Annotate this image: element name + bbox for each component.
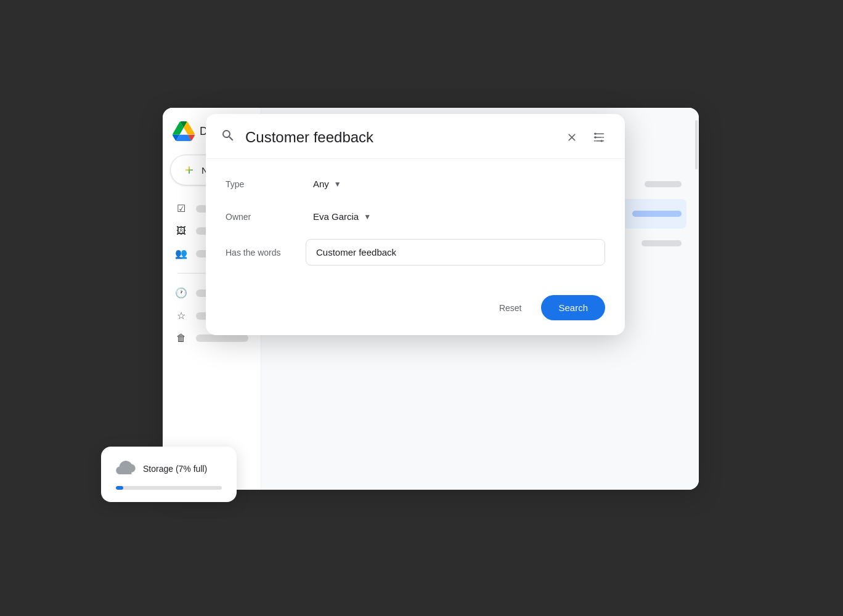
search-modal-footer: Reset Search (206, 295, 625, 335)
drive-logo-icon (173, 120, 195, 142)
dropdown-arrow-icon: ▼ (364, 213, 371, 221)
svg-point-2 (601, 140, 603, 142)
words-filter-row: Has the words (226, 239, 605, 265)
search-button[interactable]: Search (541, 295, 605, 320)
search-modal-actions (561, 126, 610, 148)
plus-icon (183, 164, 195, 176)
search-modal-body: Type Any ▼ Owner Eva Garcia ▼ Has the wo… (206, 159, 625, 295)
close-button[interactable] (561, 126, 583, 148)
search-modal-title: Customer feedback (245, 129, 551, 146)
computer-icon: 🖼 (175, 225, 187, 237)
filter-options-button[interactable] (588, 126, 610, 148)
dropdown-arrow-icon: ▼ (334, 180, 341, 188)
cloud-icon (116, 459, 136, 479)
storage-header: Storage (7% full) (116, 459, 222, 479)
scrollbar[interactable] (694, 108, 699, 490)
type-select[interactable]: Any ▼ (306, 174, 349, 194)
people-icon: 👥 (175, 248, 187, 259)
placeholder (645, 181, 682, 187)
placeholder (641, 240, 682, 246)
storage-widget: Storage (7% full) (101, 447, 237, 502)
placeholder (632, 211, 682, 217)
storage-bar (116, 486, 222, 490)
search-icon (221, 128, 235, 147)
scrollbar-thumb (695, 120, 698, 169)
owner-value: Eva Garcia (313, 211, 359, 222)
owner-filter-row: Owner Eva Garcia ▼ (226, 206, 605, 227)
search-modal: Customer feedback Type (206, 114, 625, 335)
clock-icon: 🕐 (175, 287, 187, 299)
trash-icon: 🗑 (175, 333, 187, 344)
storage-bar-fill (116, 486, 123, 490)
nav-label-bar (196, 334, 248, 342)
storage-label: Storage (7% full) (143, 464, 207, 474)
type-label: Type (226, 179, 306, 189)
check-icon: ☑ (175, 203, 187, 214)
words-input[interactable] (306, 239, 605, 265)
svg-point-0 (595, 136, 597, 138)
reset-button[interactable]: Reset (487, 297, 534, 319)
owner-select[interactable]: Eva Garcia ▼ (306, 206, 378, 227)
type-filter-row: Type Any ▼ (226, 174, 605, 194)
owner-label: Owner (226, 212, 306, 222)
words-input-wrapper (306, 239, 605, 265)
search-modal-header: Customer feedback (206, 114, 625, 159)
svg-point-1 (595, 133, 597, 135)
star-icon: ☆ (175, 310, 187, 322)
words-label: Has the words (226, 248, 306, 257)
type-value: Any (313, 179, 329, 189)
